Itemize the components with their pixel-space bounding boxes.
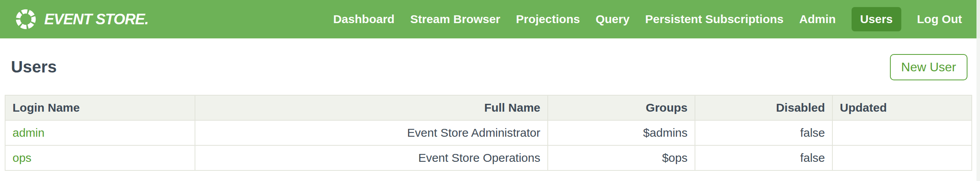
logo-text: EVENT STORE. bbox=[44, 11, 148, 28]
cell-full-name: Event Store Operations bbox=[195, 145, 548, 170]
scrollbar-track[interactable] bbox=[976, 0, 980, 181]
cell-disabled: false bbox=[695, 120, 832, 145]
column-header-login-name: Login Name bbox=[5, 95, 195, 120]
page-title: Users bbox=[11, 58, 57, 76]
nav-item-dashboard[interactable]: Dashboard bbox=[333, 13, 395, 26]
cell-groups: $admins bbox=[548, 120, 695, 145]
new-user-button[interactable]: New User bbox=[890, 54, 967, 80]
nav-item-stream-browser[interactable]: Stream Browser bbox=[410, 13, 500, 26]
table-row: admin Event Store Administrator $admins … bbox=[5, 120, 972, 145]
users-table: Login Name Full Name Groups Disabled Upd… bbox=[5, 95, 972, 171]
table-header-row: Login Name Full Name Groups Disabled Upd… bbox=[5, 95, 972, 120]
cell-disabled: false bbox=[695, 145, 832, 170]
page-header: Users New User bbox=[0, 54, 980, 80]
nav-item-admin[interactable]: Admin bbox=[799, 13, 836, 26]
table-row: ops Event Store Operations $ops false bbox=[5, 145, 972, 170]
event-store-logo[interactable]: EVENT STORE. bbox=[13, 7, 148, 32]
nav-item-query[interactable]: Query bbox=[596, 13, 630, 26]
cell-full-name: Event Store Administrator bbox=[195, 120, 548, 145]
nav-item-users[interactable]: Users bbox=[852, 7, 901, 31]
cell-updated bbox=[832, 145, 972, 170]
column-header-updated: Updated bbox=[832, 95, 972, 120]
nav-item-projections[interactable]: Projections bbox=[516, 13, 580, 26]
main-nav: Dashboard Stream Browser Projections Que… bbox=[333, 7, 962, 31]
cell-login-name: ops bbox=[5, 145, 195, 170]
nav-item-persistent-subscriptions[interactable]: Persistent Subscriptions bbox=[645, 13, 783, 26]
nav-item-log-out[interactable]: Log Out bbox=[917, 13, 962, 26]
column-header-groups: Groups bbox=[548, 95, 695, 120]
column-header-full-name: Full Name bbox=[195, 95, 548, 120]
cell-groups: $ops bbox=[548, 145, 695, 170]
user-link-admin[interactable]: admin bbox=[13, 126, 45, 139]
cell-updated bbox=[832, 120, 972, 145]
cell-login-name: admin bbox=[5, 120, 195, 145]
column-header-disabled: Disabled bbox=[695, 95, 832, 120]
user-link-ops[interactable]: ops bbox=[13, 151, 31, 164]
top-navigation-bar: EVENT STORE. Dashboard Stream Browser Pr… bbox=[0, 0, 980, 38]
event-store-logo-icon bbox=[13, 7, 38, 32]
